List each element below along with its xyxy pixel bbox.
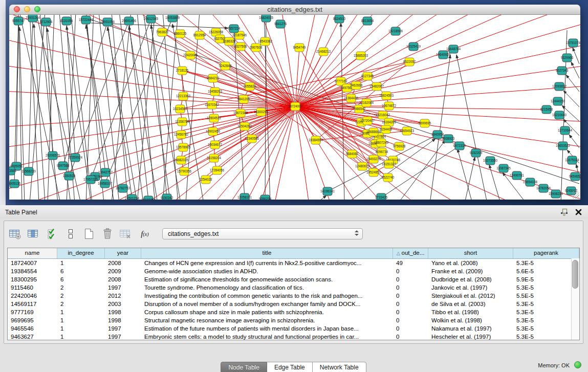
svg-text:9684210: 9684210 [207,76,220,80]
svg-text:7462668: 7462668 [350,83,363,87]
select-all-columns-icon[interactable] [45,227,59,241]
table-row[interactable]: 1456911722003Disruption of a novel membe… [8,300,579,308]
node-attribute-table: namein_degreeyeartitle△out_de...shortpag… [7,248,580,340]
cell-out_de: 0 [393,333,428,340]
memory-ok-indicator[interactable] [574,361,581,368]
cell-out_de: 0 [393,267,428,275]
svg-text:16053809: 16053809 [165,16,180,19]
network-canvas[interactable]: 1872400718300295193845547963822886012589… [9,15,580,200]
cell-in_degree: 1 [57,333,105,340]
svg-text:9459652: 9459652 [569,174,580,178]
svg-text:8860125: 8860125 [174,32,187,35]
svg-text:22420046: 22420046 [183,53,198,57]
cell-title: Estimation of the future numbers of pati… [141,324,393,333]
cell-name: 9463627 [8,333,57,340]
svg-text:16164209: 16164209 [382,120,397,124]
table-settings-icon[interactable] [8,227,22,241]
svg-text:9841276: 9841276 [274,22,287,26]
table-panel-title: Table Panel [5,209,37,216]
svg-text:17359924: 17359924 [68,156,83,159]
svg-text:15722443: 15722443 [79,18,94,21]
svg-text:12213363: 12213363 [176,94,191,98]
column-header-in_degree[interactable]: in_degree [57,248,105,258]
sort-ascending-icon: △ [397,251,400,256]
window-resize-grip[interactable] [572,191,579,199]
svg-text:19384554: 19384554 [309,138,323,142]
svg-text:12480673: 12480673 [355,164,370,168]
table-row[interactable]: 969969511998Structural magnetic resonanc… [8,316,579,324]
svg-text:12804512: 12804512 [207,116,222,120]
window-titlebar[interactable]: citations_edges.txt [9,5,580,15]
svg-text:16782753: 16782753 [116,186,130,190]
svg-text:18724007: 18724007 [288,104,303,108]
cell-in_degree: 2 [57,300,105,308]
table-row[interactable]: 946554611997Estimation of the future num… [8,324,579,333]
svg-text:12710644: 12710644 [558,128,573,132]
table-row[interactable]: 1872400712008Changes of HCN gene express… [8,259,579,267]
zoom-window-button[interactable] [34,6,40,12]
svg-text:11087345: 11087345 [496,166,511,170]
minimize-window-button[interactable] [24,6,30,12]
svg-text:9056234: 9056234 [259,197,272,200]
column-header-title[interactable]: title [141,248,393,258]
cell-in_degree: 1 [57,259,105,267]
cell-short: Nakamura et al. (1997) [428,324,513,333]
svg-text:7986542: 7986542 [353,107,366,111]
svg-text:15720407: 15720407 [360,119,375,122]
table-row[interactable]: 1830029562008Estimation of significance … [8,275,579,283]
cell-out_de: 0 [393,316,428,324]
svg-text:9841205: 9841205 [237,97,250,101]
svg-text:15885203: 15885203 [354,54,368,57]
column-header-pagerank[interactable]: pagerank [513,248,579,258]
svg-text:15482067: 15482067 [369,84,384,88]
cell-pagerank: 5.5E-5 [513,292,579,300]
column-header-year[interactable]: year [105,248,141,258]
cell-out_de: 0 [393,275,428,283]
svg-text:8938923: 8938923 [442,137,455,140]
cell-title: Disruption of a novel member of a sodium… [141,300,393,308]
table-row[interactable]: 946362711997Embryonic stem cells: a mode… [8,333,579,340]
svg-text:18543382: 18543382 [258,39,273,43]
column-header-short[interactable]: short [428,248,513,258]
cell-year: 1997 [105,283,141,292]
cell-year: 2003 [105,300,141,308]
svg-text:8712904: 8712904 [40,20,53,24]
float-panel-icon[interactable] [560,208,568,216]
cell-name: 9777169 [8,308,57,316]
network-desktop: citations_edges.txt 18724007183002951938… [6,0,588,205]
delete-column-icon[interactable] [100,227,114,241]
table-row[interactable]: 911546021997Tourette syndrome. Phenomeno… [8,283,579,292]
close-window-button[interactable] [14,6,20,12]
table-row[interactable]: 2242004622012Investigating the contribut… [8,292,579,300]
svg-text:16824503: 16824503 [379,94,394,97]
cell-in_degree: 2 [57,292,105,300]
cell-out_de: 49 [393,259,428,267]
clear-column-selection-icon[interactable] [63,227,77,241]
show-columns-icon[interactable] [27,227,40,241]
svg-text:9777169: 9777169 [335,79,347,83]
svg-text:12162084: 12162084 [359,101,374,104]
create-new-column-icon[interactable] [82,227,96,241]
svg-text:6472310: 6472310 [453,144,466,147]
svg-text:9684067: 9684067 [346,152,359,156]
cell-year: 2012 [105,292,141,300]
cell-short: Jankovic et al. (1997) [428,283,513,292]
svg-text:10958107: 10958107 [98,182,113,185]
table-selector-dropdown[interactable]: citations_edges.txt [162,228,363,239]
table-vertical-scrollbar[interactable] [571,258,579,340]
svg-text:12187546: 12187546 [232,33,247,37]
column-header-out_de[interactable]: △out_de... [393,248,428,258]
column-header-name[interactable]: name [8,248,57,258]
function-builder-icon[interactable]: f(x) [137,227,153,241]
svg-text:10672348: 10672348 [233,111,248,115]
table-row[interactable]: 977716911998Corpus callosum shape and si… [8,308,579,316]
cell-year: 2008 [105,259,141,267]
scrollbar-thumb[interactable] [572,260,578,289]
memory-status-label: Memory: OK [538,362,570,368]
network-view-window[interactable]: citations_edges.txt 18724007183002951938… [9,5,580,200]
close-panel-icon[interactable] [575,209,582,215]
svg-text:9699695: 9699695 [419,121,431,125]
svg-text:11675334: 11675334 [565,158,579,162]
table-panel-header: Table Panel [0,205,588,219]
table-row[interactable]: 1938455462009Genome-wide association stu… [8,267,579,275]
